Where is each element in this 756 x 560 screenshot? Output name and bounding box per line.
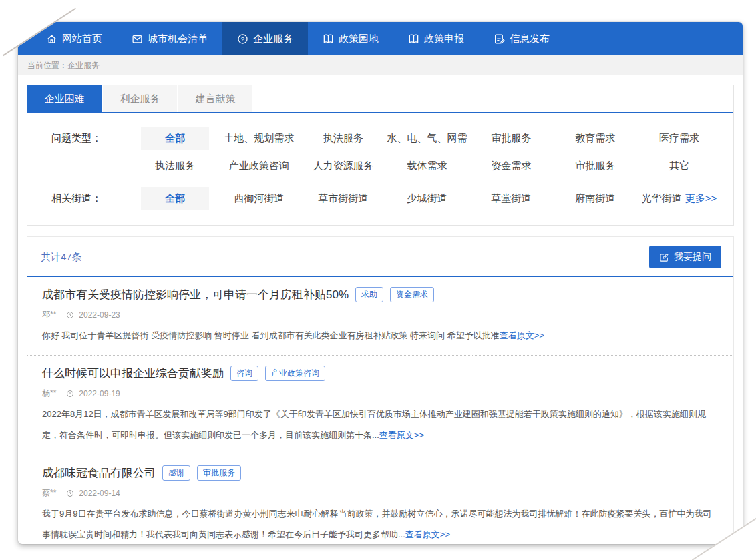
question-content-text: 2022年8月12日，成都市青羊区发展和改革局等9部门印发了《关于印发青羊区加快… xyxy=(42,409,706,440)
more-streets-link[interactable]: 更多>> xyxy=(685,192,717,205)
question-meta: 邓** 2022-09-23 xyxy=(42,309,719,320)
view-original-link[interactable]: 查看原文>> xyxy=(379,430,424,440)
tab-enterprise-difficulty[interactable]: 企业困难 xyxy=(27,85,103,112)
breadcrumb: 当前位置：企业服务 xyxy=(18,55,743,75)
ask-question-button[interactable]: 我要提问 xyxy=(649,246,721,268)
type-filter-item[interactable]: 执法服务 xyxy=(133,160,217,172)
street-filter-item[interactable]: 草堂街道 xyxy=(469,192,553,205)
question-date: 2022-09-23 xyxy=(79,310,120,320)
type-filter-item[interactable]: 教育需求 xyxy=(553,132,637,145)
type-filter-item[interactable]: 人力资源服务 xyxy=(301,160,385,172)
type-filter-item[interactable]: 医疗需求 xyxy=(637,132,721,145)
question-title[interactable]: 成都味冠食品有限公司 xyxy=(42,465,156,481)
view-original-link[interactable]: 查看原文>> xyxy=(500,330,544,340)
type-filter-item[interactable]: 产业政策咨询 xyxy=(217,160,301,172)
question-type-badge[interactable]: 咨询 xyxy=(230,366,258,381)
type-filter-item[interactable]: 水、电、气、网需 xyxy=(385,132,469,145)
street-filter: 相关街道： 全部 西御河街道 草市街街道 少城街道 草堂街道 府南街道 光华街道… xyxy=(27,172,733,225)
pencil-square-icon xyxy=(659,252,669,262)
type-filter-item[interactable]: 其它 xyxy=(637,160,721,172)
street-filter-label: 相关街道： xyxy=(41,192,133,205)
nav-item-info-publish[interactable]: 信息发布 xyxy=(479,22,564,55)
total-count: 共计47条 xyxy=(41,251,82,264)
question-author: 邓** xyxy=(42,309,56,320)
question-circle-icon: ? xyxy=(237,33,248,45)
street-filter-item[interactable]: 草市街街道 xyxy=(301,192,385,205)
question-item: 成都市有关受疫情防控影响停业，可申请一个月房租补贴50% 求助 资金需求 邓**… xyxy=(27,277,733,356)
nav-item-policy-declare[interactable]: 政策申报 xyxy=(393,22,479,55)
type-filter-item[interactable]: 土地、规划需求 xyxy=(217,132,301,145)
street-filter-item[interactable]: 光华街道 xyxy=(642,192,682,205)
document-edit-icon xyxy=(494,33,505,45)
type-filter-item[interactable]: 审批服务 xyxy=(469,132,553,145)
question-list-panel: 共计47条 我要提问 成都市有关受疫情防控影响停业，可申请一个月房租补贴50% … xyxy=(27,236,734,544)
question-category-badge[interactable]: 审批服务 xyxy=(197,465,241,481)
nav-item-label: 政策园地 xyxy=(339,33,379,45)
question-title[interactable]: 什么时候可以申报企业综合贡献奖励 xyxy=(42,366,224,381)
nav-item-label: 网站首页 xyxy=(62,33,102,45)
clock-icon xyxy=(66,390,74,398)
nav-item-opportunity-list[interactable]: 城市机会清单 xyxy=(117,22,222,55)
nav-item-policy-garden[interactable]: 政策园地 xyxy=(308,22,393,55)
book-icon xyxy=(323,33,334,45)
question-author: 蔡** xyxy=(42,487,56,499)
type-filter-item[interactable]: 执法服务 xyxy=(301,132,385,145)
type-filter-item[interactable]: 资金需求 xyxy=(469,160,553,172)
tab-suggestions[interactable]: 建言献策 xyxy=(178,85,254,112)
question-item: 成都味冠食品有限公司 感谢 审批服务 蔡** 2022-09-14 我于9月9日… xyxy=(27,455,733,544)
question-item: 什么时候可以申报企业综合贡献奖励 咨询 产业政策咨询 杨** 2022-09-1… xyxy=(27,356,733,455)
nav-item-label: 政策申报 xyxy=(424,33,464,45)
ask-question-label: 我要提问 xyxy=(674,251,711,263)
question-category-badge[interactable]: 资金需求 xyxy=(390,287,434,302)
question-content-text: 我于9月9日在贵平台发布求助信息，今日蔡桥街道办黄小荆同志来电耐心解释当前政策，… xyxy=(42,509,711,539)
tab-bar: 企业困难 利企服务 建言献策 xyxy=(27,85,733,113)
street-filter-all[interactable]: 全部 xyxy=(141,187,209,210)
question-type-badge[interactable]: 感谢 xyxy=(162,465,190,481)
question-type-label: 问题类型： xyxy=(41,132,133,145)
street-filter-item[interactable]: 少城街道 xyxy=(385,192,469,205)
question-content: 你好 我司位于青羊区提督街 受疫情防控影响 暂时停业 看到成都市有关此类企业有房… xyxy=(42,325,719,346)
question-title[interactable]: 成都市有关受疫情防控影响停业，可申请一个月房租补贴50% xyxy=(42,287,349,302)
question-content: 我于9月9日在贵平台发布求助信息，今日蔡桥街道办黄小荆同志来电耐心解释当前政策，… xyxy=(42,503,719,544)
type-filter-item[interactable]: 载体需求 xyxy=(385,160,469,172)
street-filter-item[interactable]: 西御河街道 xyxy=(217,192,301,205)
book-icon xyxy=(408,33,419,45)
nav-item-label: 企业服务 xyxy=(253,33,293,45)
nav-item-label: 信息发布 xyxy=(510,33,550,45)
type-filter-all[interactable]: 全部 xyxy=(141,127,209,150)
question-author: 杨** xyxy=(42,388,56,399)
list-header: 共计47条 我要提问 xyxy=(27,237,733,277)
site-window: 网站首页 城市机会清单 ? 企业服务 政策园地 政策申报 信息发布 当前位置：企… xyxy=(18,22,743,544)
nav-item-enterprise-service[interactable]: ? 企业服务 xyxy=(222,22,308,55)
street-filter-item[interactable]: 府南街道 xyxy=(553,192,637,205)
view-original-link[interactable]: 查看原文>> xyxy=(405,529,450,539)
street-filter-item-with-more: 光华街道 更多>> xyxy=(637,192,721,205)
question-content-text: 你好 我司位于青羊区提督街 受疫情防控影响 暂时停业 看到成都市有关此类企业有房… xyxy=(42,330,500,340)
nav-item-label: 城市机会清单 xyxy=(148,33,208,45)
clock-icon xyxy=(66,311,74,319)
question-content: 2022年8月12日，成都市青羊区发展和改革局等9部门印发了《关于印发青羊区加快… xyxy=(42,404,719,445)
question-meta: 杨** 2022-09-19 xyxy=(42,388,719,399)
mail-icon xyxy=(132,33,143,45)
svg-text:?: ? xyxy=(241,35,244,42)
question-type-badge[interactable]: 求助 xyxy=(355,287,383,302)
filter-panel: 企业困难 利企服务 建言献策 问题类型： 全部 土地、规划需求 执法服务 水、电… xyxy=(27,85,734,226)
question-date: 2022-09-19 xyxy=(79,389,120,398)
question-date: 2022-09-14 xyxy=(79,489,120,498)
question-type-filter: 问题类型： 全部 土地、规划需求 执法服务 水、电、气、网需 审批服务 教育需求… xyxy=(27,113,733,172)
tab-benefit-service[interactable]: 利企服务 xyxy=(103,85,178,112)
question-category-badge[interactable]: 产业政策咨询 xyxy=(265,366,325,381)
top-navigation: 网站首页 城市机会清单 ? 企业服务 政策园地 政策申报 信息发布 xyxy=(18,22,743,55)
clock-icon xyxy=(66,489,74,497)
question-meta: 蔡** 2022-09-14 xyxy=(42,487,719,499)
type-filter-item[interactable]: 审批服务 xyxy=(553,160,637,172)
home-icon xyxy=(46,33,57,45)
